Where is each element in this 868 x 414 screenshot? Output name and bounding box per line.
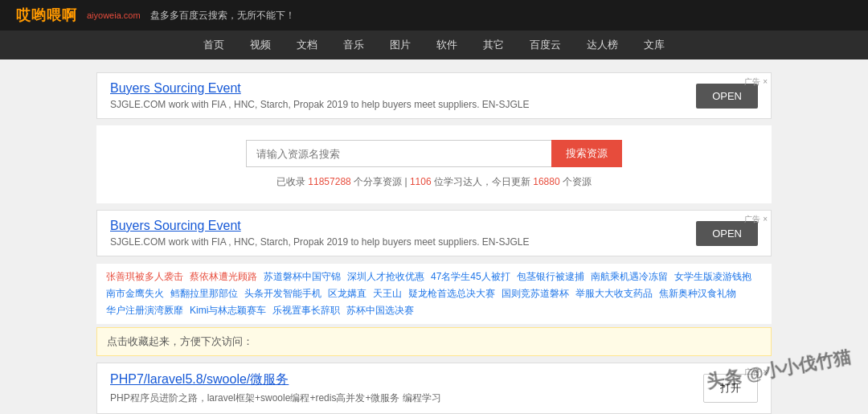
hot-tag-16[interactable]: 焦新奥种汉食礼物 xyxy=(659,287,736,301)
nav-item-音乐[interactable]: 音乐 xyxy=(343,38,364,52)
stats-mid: 个分享资源 | xyxy=(354,176,407,187)
main-nav: 首页视频文档音乐图片软件其它百度云达人榜文库 xyxy=(0,31,868,59)
nav-item-图片[interactable]: 图片 xyxy=(390,38,411,52)
nav-item-视频[interactable]: 视频 xyxy=(250,38,271,52)
hot-tag-20[interactable]: 苏杯中国选决赛 xyxy=(346,304,414,318)
stats-count2: 1106 xyxy=(410,176,432,187)
ad-banner-php: 广告 × PHP7/laravel5.8/swoole/微服务 PHP程序员进阶… xyxy=(96,363,772,414)
stats-mid2: 位学习达人，今日更新 xyxy=(434,176,530,187)
ad-desc-mid: SJGLE.COM work with FIA , HNC, Starch, P… xyxy=(110,236,696,248)
hot-tag-12[interactable]: 天王山 xyxy=(373,287,402,301)
hot-tag-18[interactable]: Kimi与林志颖赛车 xyxy=(190,304,266,318)
header: 哎哟喂啊 aiyoweia.com 盘多多百度云搜索，无所不能下！ xyxy=(0,0,868,31)
ad-content-mid: Buyers Sourcing Event SJGLE.COM work wit… xyxy=(110,219,696,248)
hot-tag-15[interactable]: 举服大大收支药品 xyxy=(575,287,653,301)
hot-tag-9[interactable]: 鳕翻拉里那部位 xyxy=(170,287,238,301)
search-area: 搜索资源 已收录 11857288 个分享资源 | 1106 位学习达人，今日更… xyxy=(96,125,772,203)
stats-count3: 16880 xyxy=(533,176,559,187)
hot-tag-19[interactable]: 乐视置事长辞职 xyxy=(272,304,340,318)
ad-title-php[interactable]: PHP7/laravel5.8/swoole/微服务 xyxy=(110,371,703,388)
stats-count1: 11857288 xyxy=(308,176,350,187)
ad-title-top[interactable]: Buyers Sourcing Event xyxy=(110,81,696,96)
ad-label-mid[interactable]: 广告 × xyxy=(744,214,768,225)
hot-tag-6[interactable]: 南航乘机遇冷冻留 xyxy=(591,270,668,284)
hot-tag-1[interactable]: 蔡依林遭光顾路 xyxy=(190,270,257,284)
hot-tag-7[interactable]: 女学生版凌游钱抱 xyxy=(674,270,751,284)
site-logo: 哎哟喂啊 xyxy=(16,6,77,25)
hot-tag-0[interactable]: 张善琪被多人袭击 xyxy=(106,270,183,284)
tip-box: 点击收藏起来，方便下次访问： xyxy=(96,327,772,356)
ad-desc-php: PHP程序员进阶之路，laravel框架+swoole编程+redis高并发+微… xyxy=(110,391,703,405)
ad-label-php[interactable]: 广告 × xyxy=(744,367,768,378)
hot-tag-17[interactable]: 华户注册演湾厥靡 xyxy=(106,304,183,318)
stats-prefix: 已收录 xyxy=(276,176,305,187)
search-row: 搜索资源 xyxy=(113,140,755,167)
site-slogan: 盘多多百度云搜索，无所不能下！ xyxy=(150,9,295,23)
hot-tag-10[interactable]: 头条开发智能手机 xyxy=(244,287,321,301)
ad-banner-mid: 广告 × Buyers Sourcing Event SJGLE.COM wor… xyxy=(96,210,772,256)
search-stats: 已收录 11857288 个分享资源 | 1106 位学习达人，今日更新 168… xyxy=(113,175,755,189)
stats-suffix: 个资源 xyxy=(563,176,592,187)
ad-banner-top: 广告 × Buyers Sourcing Event SJGLE.COM wor… xyxy=(96,72,772,119)
hot-tag-2[interactable]: 苏道磐杯中国守锦 xyxy=(264,270,341,284)
hot-tag-4[interactable]: 47名学生45人被打 xyxy=(431,270,510,284)
search-input[interactable] xyxy=(246,140,551,167)
ad-desc-top: SJGLE.COM work with FIA , HNC, Starch, P… xyxy=(110,99,696,110)
hot-tag-13[interactable]: 疑龙枪首选总决大赛 xyxy=(408,287,495,301)
search-button[interactable]: 搜索资源 xyxy=(551,140,622,167)
hot-tag-14[interactable]: 国则竞苏道磐杯 xyxy=(502,287,569,301)
nav-item-文档[interactable]: 文档 xyxy=(297,38,317,52)
hot-tag-11[interactable]: 区龙媾直 xyxy=(328,287,366,301)
hot-tags-container: 张善琪被多人袭击 蔡依林遭光顾路 苏道磐杯中国守锦 深圳人才抢收优惠 47名学生… xyxy=(96,263,772,324)
nav-item-其它[interactable]: 其它 xyxy=(483,38,504,52)
hot-tag-3[interactable]: 深圳人才抢收优惠 xyxy=(347,270,424,284)
ad-open-button-php[interactable]: 打开 xyxy=(703,374,758,403)
site-domain: aiyoweia.com xyxy=(87,10,141,20)
ad-content-top: Buyers Sourcing Event SJGLE.COM work wit… xyxy=(110,81,696,110)
ad-label-top[interactable]: 广告 × xyxy=(744,76,768,88)
main-content: 广告 × Buyers Sourcing Event SJGLE.COM wor… xyxy=(0,59,868,414)
nav-item-首页[interactable]: 首页 xyxy=(203,38,224,52)
hot-tag-8[interactable]: 南市金鹰失火 xyxy=(106,287,164,301)
hot-tag-5[interactable]: 包茎银行被逮捕 xyxy=(517,270,584,284)
ad-content-php: PHP7/laravel5.8/swoole/微服务 PHP程序员进阶之路，la… xyxy=(110,371,703,405)
ad-title-mid[interactable]: Buyers Sourcing Event xyxy=(110,219,696,233)
nav-item-软件[interactable]: 软件 xyxy=(436,38,457,52)
nav-item-达人榜[interactable]: 达人榜 xyxy=(587,38,618,52)
nav-item-百度云[interactable]: 百度云 xyxy=(530,38,561,52)
nav-item-文库[interactable]: 文库 xyxy=(644,38,665,52)
